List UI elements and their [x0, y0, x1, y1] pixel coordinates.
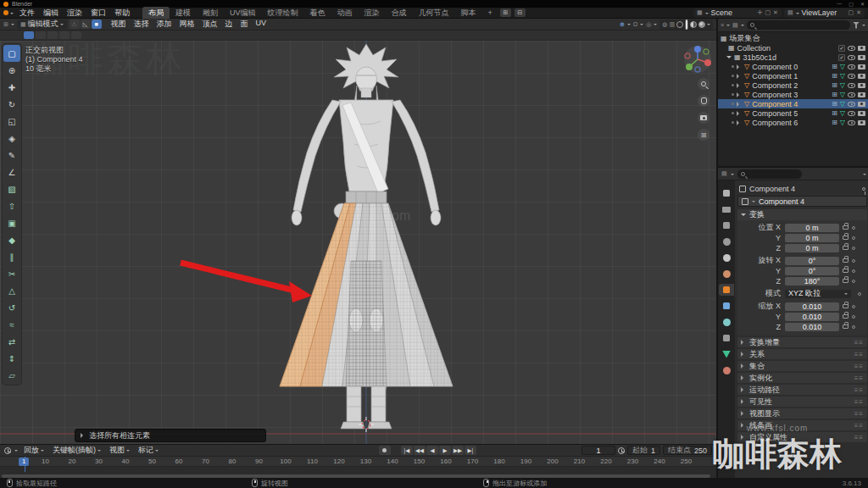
mesh-data-icon[interactable]: ▽ [840, 72, 845, 80]
new-viewlayer-icon[interactable]: ▢ [849, 9, 854, 16]
properties-search-input[interactable] [737, 169, 802, 179]
hide-eye-icon[interactable] [848, 92, 855, 97]
properties-tab[interactable] [719, 268, 734, 280]
properties-tab[interactable] [719, 187, 734, 199]
mesh-data-icon[interactable]: ▽ [840, 119, 845, 126]
hide-eye-icon[interactable] [848, 83, 855, 88]
expand-caret-icon[interactable] [737, 74, 742, 79]
tool-button[interactable]: ▱ [3, 367, 20, 384]
rendered-shading-icon[interactable] [698, 21, 705, 28]
viewport-menu-item[interactable]: 顶点 [199, 19, 221, 30]
select-mode-new-icon[interactable] [24, 31, 34, 39]
properties-tab[interactable] [719, 203, 734, 215]
filter-icon[interactable] [853, 22, 860, 29]
timeline-ruler[interactable]: 1020304050607080901001101201301401501601… [0, 457, 716, 467]
render-camera-icon[interactable] [858, 111, 865, 116]
menu-item[interactable]: 文件 [15, 8, 39, 17]
camera-view-icon[interactable] [698, 112, 709, 124]
hide-eye-icon[interactable] [848, 55, 855, 60]
properties-tab[interactable] [719, 252, 734, 263]
render-camera-icon[interactable] [858, 92, 865, 97]
render-camera-icon[interactable] [858, 120, 865, 125]
playback-button[interactable]: ▶ [439, 446, 451, 455]
edge-select-icon[interactable]: ◺ [81, 19, 91, 29]
workspace-tab[interactable]: 布局 [142, 7, 170, 19]
viewport-menu-item[interactable]: 边 [222, 19, 236, 30]
scene-name[interactable]: Scene [711, 8, 755, 17]
toggle-ortho-icon[interactable]: ⊞ [698, 129, 709, 141]
modifier-icon[interactable]: ⊞ [832, 109, 837, 117]
current-frame-badge[interactable]: 1 [19, 458, 29, 466]
keyframe-dot-icon[interactable] [852, 259, 855, 263]
value-field[interactable]: 0 m [785, 224, 839, 232]
proportional-edit-icon[interactable]: ◎ [646, 21, 651, 28]
playback-button[interactable]: ◀ [426, 446, 438, 455]
value-field[interactable]: 0° [785, 257, 839, 265]
expand-caret-icon[interactable] [726, 56, 732, 61]
properties-tab[interactable] [719, 364, 734, 376]
modifier-icon[interactable]: ⊞ [832, 91, 837, 98]
current-frame-field[interactable]: 1 [581, 446, 615, 455]
properties-tab[interactable] [719, 348, 734, 360]
solid-shading-icon[interactable] [685, 19, 688, 30]
expand-caret-icon[interactable] [737, 102, 742, 107]
tool-button[interactable]: ⇕ [3, 350, 20, 367]
hide-eye-icon[interactable] [848, 111, 855, 116]
keyframe-dot-icon[interactable] [852, 325, 855, 329]
frame-start-field[interactable]: 起始 1 [627, 446, 660, 455]
tool-button[interactable]: ▢ [3, 45, 20, 62]
wireframe-shading-icon[interactable] [676, 21, 683, 28]
mesh-data-icon[interactable]: ▽ [840, 81, 845, 89]
workspace-tab[interactable]: 着色 [304, 7, 331, 19]
timeline-track[interactable] [0, 467, 716, 474]
expand-caret-icon[interactable] [737, 111, 742, 116]
show-overlays-icon[interactable]: ◍ [662, 21, 667, 28]
render-camera-icon[interactable] [858, 83, 865, 88]
tool-button[interactable]: ≈ [3, 316, 20, 333]
mesh-data-icon[interactable]: ▽ [840, 109, 845, 117]
timeline-editor-icon[interactable] [4, 447, 11, 454]
face-select-icon[interactable]: ■ [92, 19, 102, 29]
tool-button[interactable]: ◈ [3, 130, 20, 147]
viewport-menu-item[interactable]: UV [253, 19, 270, 30]
value-field[interactable]: 0.010 [785, 323, 839, 331]
modifier-icon[interactable]: ⊞ [832, 100, 837, 108]
viewlayer-selector[interactable]: ▤ ViewLayer ▢ ✕ [784, 8, 865, 18]
properties-tab[interactable] [719, 300, 734, 312]
tool-button[interactable]: △ [3, 282, 20, 299]
mode-dropdown[interactable]: ▦ 编辑模式 [17, 19, 67, 29]
mesh-data-icon[interactable]: ▽ [840, 91, 845, 98]
value-field[interactable]: 180° [785, 277, 839, 286]
timeline-menu-item[interactable]: 关键帧(插帧) [50, 445, 103, 456]
expand-caret-icon[interactable] [737, 92, 742, 97]
mesh-data-icon[interactable]: ▽ [840, 63, 845, 70]
render-camera-icon[interactable] [858, 64, 865, 69]
tool-button[interactable]: ◱ [3, 113, 20, 130]
outliner-row-group[interactable]: ▦ 31b50c1d ✓ [718, 53, 868, 62]
outliner-row-scene-collection[interactable]: ▦ 场景集合 [718, 34, 868, 43]
tool-button[interactable]: ⇧ [3, 197, 20, 214]
workspace-tab[interactable]: 几何节点 [413, 7, 455, 19]
select-mode-invert-icon[interactable] [59, 31, 70, 39]
properties-tab[interactable] [719, 332, 734, 344]
timeline-menu-item[interactable]: 视图 [107, 445, 132, 456]
keyframe-dot-icon[interactable] [852, 280, 855, 283]
operator-panel[interactable]: 选择所有相连元素 [75, 429, 266, 442]
keyframe-dot-icon[interactable] [852, 269, 855, 273]
material-shading-icon[interactable] [690, 21, 697, 28]
lock-open-icon[interactable] [843, 246, 849, 250]
keyframe-dot-icon[interactable] [852, 247, 855, 250]
workspace-layout-alt-icon[interactable]: ⊟ [515, 8, 526, 17]
modifier-icon[interactable]: ⊞ [832, 72, 837, 80]
lock-open-icon[interactable] [843, 269, 849, 273]
value-field[interactable]: 0 m [785, 244, 839, 252]
menu-item[interactable]: 帮助 [110, 8, 134, 17]
workspace-tab[interactable]: 脚本 [455, 7, 482, 19]
transform-panel-header[interactable]: 变换 [737, 209, 867, 220]
collapsed-section-header[interactable]: 集合 ≡≡ [737, 361, 867, 371]
collection-checkbox[interactable]: ✓ [838, 45, 845, 52]
properties-tab[interactable] [719, 316, 734, 328]
modifier-icon[interactable]: ⊞ [832, 81, 837, 89]
playback-button[interactable]: ▶▶ [452, 446, 464, 455]
collapsed-section-header[interactable]: 视图显示 ≡≡ [737, 408, 867, 419]
